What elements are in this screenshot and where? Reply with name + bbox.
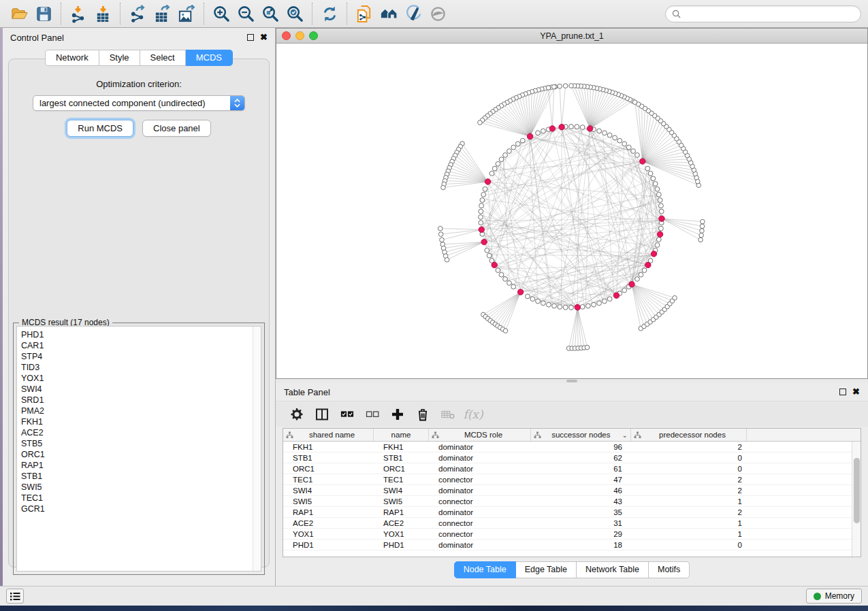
cell-shared-name: RAP1 <box>283 508 374 516</box>
cell-name: FKH1 <box>374 443 429 451</box>
import-network-button[interactable] <box>66 2 91 25</box>
float-table-panel-icon[interactable] <box>839 389 846 395</box>
mcds-result-item[interactable]: ORC1 <box>21 449 253 460</box>
table-row[interactable]: SWI5 SWI5 connector 43 1 <box>283 496 852 507</box>
minimize-window-icon[interactable] <box>295 31 304 40</box>
close-panel-button[interactable]: Close panel <box>142 120 211 137</box>
tab-node-table[interactable]: Node Table <box>454 561 516 578</box>
mcds-result-item[interactable]: STB1 <box>21 471 253 482</box>
column-header-predecessor-nodes[interactable]: predecessor nodes <box>631 429 747 441</box>
mcds-list-scrollbar[interactable] <box>253 327 261 571</box>
mcds-result-list[interactable]: PHD1CAR1STP4TID3YOX1SWI4SRD1PMA2FKH1ACE2… <box>17 327 253 571</box>
cell-mcds-role: dominator <box>429 508 531 516</box>
hide-graphics-details-button[interactable] <box>401 2 425 25</box>
function-builder-button[interactable]: f(x) <box>463 405 483 424</box>
tab-select[interactable]: Select <box>140 50 186 66</box>
export-image-button[interactable] <box>174 2 199 25</box>
table-row[interactable]: RAP1 RAP1 dominator 35 2 <box>283 507 852 518</box>
export-table-button[interactable] <box>150 2 174 25</box>
run-mcds-button[interactable]: Run MCDS <box>67 120 133 137</box>
network-window-titlebar[interactable]: YPA_prune.txt_1 <box>276 29 867 44</box>
tab-mcds[interactable]: MCDS <box>186 50 233 66</box>
node-table-body: FKH1 FKH1 dominator 96 2 STB1 STB1 domin… <box>283 442 852 557</box>
table-row[interactable]: FKH1 FKH1 dominator 96 2 <box>283 442 852 452</box>
mcds-result-item[interactable]: TID3 <box>21 362 253 373</box>
cell-shared-name: ACE2 <box>283 519 374 527</box>
cell-name: STB1 <box>374 454 429 462</box>
tab-edge-table[interactable]: Edge Table <box>516 561 577 578</box>
first-neighbors-button[interactable] <box>376 2 401 25</box>
dropdown-stepper-icon <box>230 95 244 111</box>
add-column-button[interactable] <box>387 405 408 424</box>
column-header-shared-name[interactable]: shared name <box>283 429 374 441</box>
table-row[interactable]: STB1 STB1 dominator 62 0 <box>283 452 852 463</box>
cell-name: RAP1 <box>374 508 429 516</box>
table-row[interactable]: TEC1 TEC1 connector 47 2 <box>283 474 852 485</box>
mcds-result-item[interactable]: STP4 <box>21 351 253 362</box>
cell-name: ACE2 <box>374 519 429 527</box>
show-column-button[interactable] <box>312 405 332 424</box>
column-header-successor-nodes[interactable]: successor nodes ⌄ <box>531 429 631 441</box>
select-all-rows-button[interactable] <box>337 405 357 424</box>
new-network-from-selection-button[interactable] <box>352 2 376 25</box>
tab-style[interactable]: Style <box>99 50 140 66</box>
table-row[interactable]: PHD1 PHD1 dominator 18 0 <box>283 540 852 550</box>
delete-column-button[interactable] <box>413 405 433 424</box>
column-header-name[interactable]: name <box>374 429 429 441</box>
table-scrollbar[interactable] <box>852 442 861 557</box>
deselect-all-rows-button[interactable] <box>362 405 383 424</box>
search-input[interactable] <box>681 9 854 18</box>
delete-table-button[interactable] <box>438 405 458 424</box>
network-canvas[interactable] <box>276 44 867 378</box>
zoom-selected-button[interactable] <box>283 2 307 25</box>
task-history-button[interactable] <box>6 589 24 604</box>
open-file-button[interactable] <box>7 2 31 25</box>
float-panel-icon[interactable] <box>247 34 254 41</box>
mcds-result-item[interactable]: YOX1 <box>21 373 253 384</box>
table-row[interactable]: YOX1 YOX1 connector 29 1 <box>283 529 852 540</box>
mcds-result-item[interactable]: GCR1 <box>21 503 253 514</box>
tab-motifs[interactable]: Motifs <box>649 561 690 578</box>
table-settings-button[interactable] <box>287 405 307 424</box>
mcds-result-item[interactable]: SWI5 <box>21 482 253 493</box>
mcds-result-item[interactable]: RAP1 <box>21 460 253 471</box>
criterion-value: largest connected component (undirected) <box>33 98 230 108</box>
mcds-result-item[interactable]: CAR1 <box>21 340 253 351</box>
table-row[interactable]: SWI4 SWI4 dominator 46 2 <box>283 485 852 496</box>
cell-name: PHD1 <box>374 541 429 549</box>
refresh-view-button[interactable] <box>317 2 342 25</box>
column-header-mcds-role[interactable]: MCDS role <box>429 429 531 441</box>
zoom-in-button[interactable] <box>209 2 234 25</box>
export-network-button[interactable] <box>125 2 150 25</box>
table-row[interactable]: ACE2 ACE2 connector 31 1 <box>283 518 852 529</box>
memory-button[interactable]: Memory <box>806 589 862 604</box>
network-from-file-icon <box>355 5 374 23</box>
close-panel-icon[interactable]: ✖ <box>260 34 268 41</box>
birds-eye-view-button[interactable] <box>425 2 450 25</box>
close-table-panel-icon[interactable]: ✖ <box>852 389 860 395</box>
mcds-result-item[interactable]: SWI4 <box>21 384 253 395</box>
cell-shared-name: STB1 <box>283 454 374 462</box>
close-window-icon[interactable] <box>282 31 291 40</box>
zoom-out-button[interactable] <box>234 2 258 25</box>
mcds-result-item[interactable]: PMA2 <box>21 406 253 416</box>
mcds-result-item[interactable]: PHD1 <box>21 329 253 340</box>
criterion-dropdown[interactable]: largest connected component (undirected) <box>33 95 245 111</box>
mcds-result-item[interactable]: ACE2 <box>21 427 253 438</box>
mcds-result-item[interactable]: SRD1 <box>21 395 253 406</box>
tab-network-table[interactable]: Network Table <box>577 561 649 578</box>
table-row[interactable]: ORC1 ORC1 dominator 61 0 <box>283 463 852 474</box>
houses-icon <box>380 5 398 23</box>
mcds-result-item[interactable]: FKH1 <box>21 416 253 427</box>
import-table-button[interactable] <box>91 2 115 25</box>
toolbar-search[interactable] <box>665 5 861 22</box>
table-scrollbar-thumb[interactable] <box>854 458 860 523</box>
cell-successor-nodes: 35 <box>531 508 631 516</box>
maximize-window-icon[interactable] <box>309 31 318 40</box>
zoom-fit-button[interactable] <box>258 2 283 25</box>
mcds-result-item[interactable]: TEC1 <box>21 493 253 503</box>
mcds-result-item[interactable]: STB5 <box>21 438 253 449</box>
tab-network[interactable]: Network <box>45 50 99 66</box>
column-header-filler <box>747 429 861 441</box>
save-session-button[interactable] <box>31 2 56 25</box>
